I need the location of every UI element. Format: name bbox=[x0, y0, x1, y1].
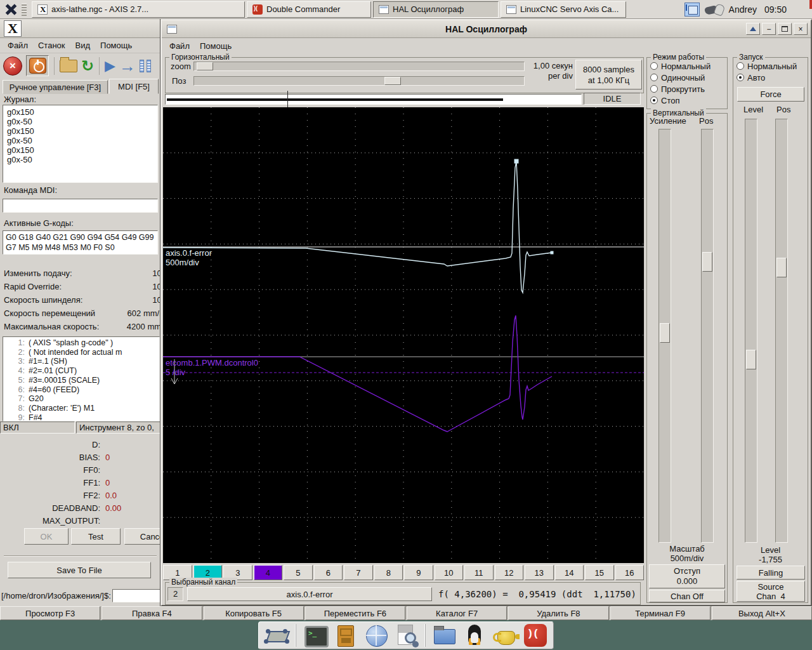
tab-manual-control[interactable]: Ручное управление [F3] bbox=[3, 80, 108, 94]
reload-button[interactable]: ↻ bbox=[81, 57, 94, 75]
channel-button-11[interactable]: 11 bbox=[464, 565, 494, 580]
taskbar-grip[interactable] bbox=[22, 3, 27, 16]
toolbar-separator bbox=[99, 57, 100, 75]
menu-item[interactable]: Вид bbox=[75, 41, 91, 50]
open-file-button[interactable] bbox=[60, 60, 77, 72]
step-button[interactable]: → bbox=[119, 58, 136, 74]
menu-item[interactable]: Помощь bbox=[100, 41, 132, 50]
channel-button-15[interactable]: 15 bbox=[585, 565, 614, 580]
pos-slider[interactable] bbox=[193, 76, 525, 86]
menu-item[interactable]: Файл bbox=[8, 41, 28, 50]
fnkey-button-f5[interactable]: Копировать F5 bbox=[204, 606, 304, 620]
trigger-option-2[interactable]: Авто bbox=[733, 72, 808, 83]
gamepad-mouse-icon[interactable] bbox=[705, 3, 724, 17]
zoom-slider[interactable] bbox=[193, 62, 525, 71]
fnkey-button-f7[interactable]: Каталог F7 bbox=[407, 606, 507, 620]
trigger-position-marker[interactable] bbox=[287, 91, 288, 107]
machine-power-button[interactable] bbox=[26, 55, 49, 76]
channel-button-8[interactable]: 8 bbox=[374, 565, 403, 580]
run-button[interactable]: ▶ bbox=[105, 57, 115, 75]
fnkey-button-f4[interactable]: Правка F4 bbox=[102, 606, 202, 620]
trigger-source-button[interactable]: Source Chan 4 bbox=[737, 581, 805, 602]
shade-button[interactable] bbox=[746, 23, 760, 35]
double-commander-icon[interactable] bbox=[521, 623, 549, 648]
channel-button-9[interactable]: 9 bbox=[404, 565, 433, 580]
run-mode-option-1[interactable]: Нормальный bbox=[647, 60, 727, 72]
save-to-file-button[interactable]: Save To File bbox=[8, 562, 151, 578]
taskbar-tab-1[interactable]: axis-lathe.ngc - AXIS 2.7... bbox=[32, 1, 245, 18]
menu-item[interactable]: Файл bbox=[169, 41, 190, 51]
channel-button-7[interactable]: 7 bbox=[344, 565, 373, 580]
dc-command-input[interactable] bbox=[112, 589, 160, 602]
folder-icon[interactable] bbox=[430, 623, 458, 648]
fnkey-button-f9[interactable]: Терминал F9 bbox=[610, 606, 710, 620]
close-button[interactable]: × bbox=[794, 23, 808, 35]
run-mode-option-3[interactable]: Прокрутить bbox=[647, 83, 727, 95]
channel-button-4[interactable]: 4 bbox=[254, 565, 283, 580]
trigger-level-slider[interactable] bbox=[745, 119, 757, 543]
estop-button[interactable]: × bbox=[3, 56, 22, 76]
file-cabinet-icon[interactable] bbox=[331, 623, 359, 648]
teapot-icon[interactable] bbox=[491, 623, 519, 648]
channel-button-14[interactable]: 14 bbox=[555, 565, 584, 580]
vertical-pos-handle[interactable] bbox=[702, 252, 712, 272]
web-browser-icon[interactable] bbox=[362, 623, 390, 648]
run-mode-option-4[interactable]: Стоп bbox=[647, 95, 727, 106]
pos-slider-handle[interactable] bbox=[384, 77, 401, 85]
fnkey-button-f6[interactable]: Переместить F6 bbox=[305, 606, 405, 620]
run-mode-option-2[interactable]: Одиночный bbox=[647, 72, 727, 83]
gain-slider-handle[interactable] bbox=[660, 323, 670, 343]
screenshot-tool-icon[interactable] bbox=[263, 623, 291, 648]
samples-button[interactable]: 8000 samples at 1,00 КГц bbox=[575, 60, 642, 90]
cancel-button[interactable]: Cancel bbox=[124, 528, 160, 545]
trigger-edge-button[interactable]: Falling bbox=[737, 566, 805, 580]
axis-titlebar[interactable]: X bbox=[0, 19, 160, 38]
taskbar-tab-4[interactable]: LinuxCNC Servo Axis Ca... bbox=[501, 1, 626, 18]
axis-menubar: ФайлСтанокВидПомощь bbox=[0, 38, 160, 53]
ok-button[interactable]: OK bbox=[24, 528, 69, 545]
minimize-button[interactable]: − bbox=[762, 23, 776, 35]
selected-channel-name-button[interactable]: axis.0.f-error bbox=[187, 587, 432, 601]
terminal-icon[interactable] bbox=[301, 623, 329, 648]
taskbar-tab-3[interactable]: HAL Осциллограф bbox=[373, 1, 499, 18]
vertical-pos-slider[interactable] bbox=[701, 129, 714, 543]
force-trigger-button[interactable]: Force bbox=[737, 87, 804, 102]
trigger-pos-handle[interactable] bbox=[776, 258, 787, 277]
document-search-icon[interactable] bbox=[392, 623, 420, 648]
trigger-option-1[interactable]: Нормальный bbox=[733, 60, 808, 72]
channel-button-12[interactable]: 12 bbox=[495, 565, 524, 580]
gcode-listing[interactable]: 1:( AXIS "splash g-code" )2:( Not intend… bbox=[3, 336, 160, 421]
tux-penguin-icon[interactable] bbox=[461, 623, 488, 648]
offset-button[interactable]: Отступ 0.000 bbox=[649, 564, 725, 588]
pause-button[interactable] bbox=[140, 60, 151, 72]
mdi-history-list[interactable]: g0x150g0x-50g0x150g0x-50g0x150g0x-50 bbox=[3, 105, 158, 183]
mdi-command-input[interactable] bbox=[3, 199, 158, 213]
halscope-titlebar[interactable]: HAL Осциллограф − × bbox=[162, 20, 811, 38]
fnkey-button-f8[interactable]: Удалить F8 bbox=[508, 606, 608, 620]
gcode-line: 4:#2=.01 (CUT) bbox=[3, 366, 159, 376]
tray-window-icon[interactable] bbox=[684, 3, 700, 17]
chan-off-button[interactable]: Chan Off bbox=[649, 590, 725, 602]
menu-item[interactable]: Помощь bbox=[200, 41, 232, 51]
channel-button-10[interactable]: 10 bbox=[435, 565, 464, 580]
cursor-readout: f( 4,36200) = 0,95419 (ddt 1,11750) bbox=[438, 589, 636, 599]
fnkey-button-f10[interactable]: Выход Alt+X bbox=[712, 606, 812, 620]
tab-mdi[interactable]: MDI [F5] bbox=[109, 79, 159, 94]
maximize-button[interactable] bbox=[778, 23, 792, 35]
trigger-pos-slider[interactable] bbox=[775, 119, 788, 543]
test-button[interactable]: Test bbox=[71, 528, 121, 545]
menu-item[interactable]: Станок bbox=[38, 41, 65, 50]
gain-slider[interactable] bbox=[658, 129, 671, 543]
window-manager-icon[interactable] bbox=[3, 2, 19, 17]
channel-button-6[interactable]: 6 bbox=[314, 565, 343, 580]
trigger-level-handle[interactable] bbox=[746, 350, 756, 369]
channel-button-16[interactable]: 16 bbox=[615, 565, 645, 580]
selected-channel-group: Выбранный канал 2 axis.0.f-error f( 4,36… bbox=[165, 582, 641, 605]
zoom-slider-handle[interactable] bbox=[197, 62, 213, 70]
taskbar-tab-label: axis-lathe.ngc - AXIS 2.7... bbox=[51, 4, 148, 14]
fnkey-button-f3[interactable]: Просмотр F3 bbox=[0, 606, 100, 620]
channel-button-13[interactable]: 13 bbox=[525, 565, 554, 580]
calibration-row: DEADBAND:0.00 bbox=[0, 501, 160, 514]
channel-button-5[interactable]: 5 bbox=[284, 565, 313, 580]
taskbar-tab-2[interactable]: Double Commander bbox=[247, 1, 371, 18]
